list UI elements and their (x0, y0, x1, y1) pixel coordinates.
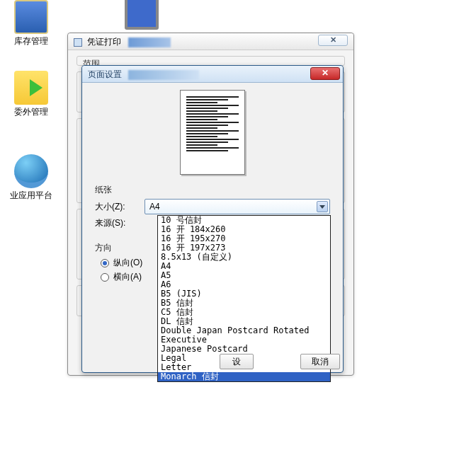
landscape-label: 横向(A) (113, 271, 142, 283)
source-label: 来源(S): (95, 217, 144, 229)
chevron-down-icon (317, 201, 328, 212)
dropdown-option[interactable]: 8.5x13 (自定义) (158, 253, 330, 262)
voucher-print-titlebar[interactable]: 凭证打印 ✕ (68, 33, 353, 50)
dropdown-option[interactable]: A4 (158, 262, 330, 271)
close-button[interactable]: ✕ (310, 67, 340, 80)
monitor-icon (125, 0, 159, 30)
blurred-title-icon (128, 38, 171, 47)
page-setup-titlebar[interactable]: 页面设置 ✕ (82, 66, 343, 83)
dialog-title: 页面设置 (88, 69, 122, 79)
globe-icon (14, 154, 48, 188)
cancel-label: 取消 (312, 357, 329, 367)
printer-icon (74, 38, 82, 47)
radio-icon (101, 259, 109, 267)
house-icon (14, 0, 48, 34)
paper-size-value: A4 (149, 202, 160, 212)
desktop-icon-label: 委外管理 (3, 106, 60, 118)
desktop-icon-inventory[interactable]: 库存管理 (3, 0, 60, 47)
ok-label: 设 (232, 357, 241, 367)
desktop-icon-label: 业应用平台 (3, 190, 60, 202)
ok-button-partial[interactable]: 设 (220, 354, 254, 369)
paper-section-label: 纸张 (95, 184, 330, 196)
close-button[interactable]: ✕ (318, 35, 348, 46)
dropdown-option[interactable]: Monarch 信封 (158, 372, 330, 381)
dialog-title: 凭证打印 (87, 37, 121, 47)
cancel-button[interactable]: 取消 (300, 354, 340, 369)
blurred-title-icon (128, 70, 199, 80)
close-icon: ✕ (322, 68, 329, 78)
close-icon: ✕ (330, 35, 336, 44)
desktop-icon-monitor[interactable] (113, 0, 170, 30)
dropdown-option[interactable]: A5 (158, 271, 330, 280)
desktop-icon-outsource[interactable]: 委外管理 (3, 71, 60, 118)
preview-page-icon (180, 90, 245, 175)
paper-size-combo[interactable]: A4 (144, 199, 330, 214)
portrait-label: 纵向(O) (113, 257, 142, 269)
size-label: 大小(Z): (95, 201, 144, 213)
row-label (81, 328, 94, 341)
radio-icon (101, 273, 109, 282)
folder-arrow-icon (14, 71, 48, 105)
desktop-icon-platform[interactable]: 业应用平台 (3, 154, 60, 202)
desktop-icon-label: 库存管理 (3, 35, 60, 47)
page-preview (95, 90, 330, 177)
